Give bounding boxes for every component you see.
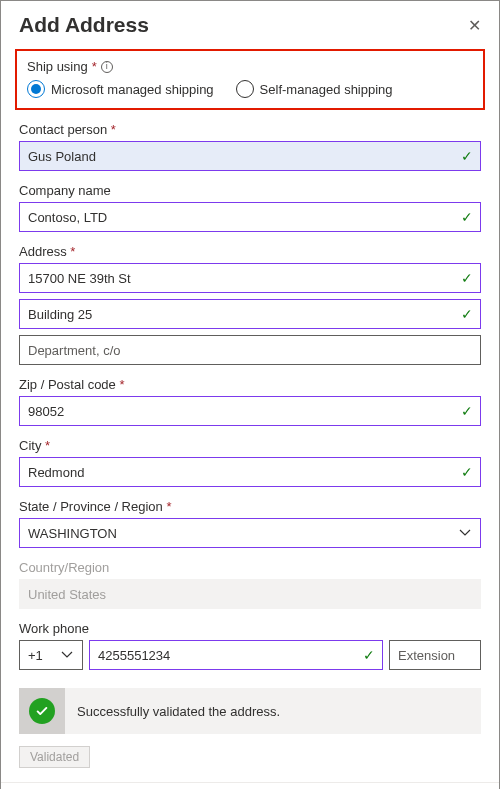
panel-footer: Add shipping address (1, 783, 499, 789)
field-label: Zip / Postal code * (19, 377, 481, 392)
field-label: Country/Region (19, 560, 481, 575)
field-label: State / Province / Region * (19, 499, 481, 514)
field-company-name: Company name ✓ (19, 183, 481, 232)
field-label: City * (19, 438, 481, 453)
info-icon[interactable]: i (101, 61, 113, 73)
panel-title: Add Address (19, 13, 149, 37)
country-input (19, 579, 481, 609)
radio-label: Self-managed shipping (260, 82, 393, 97)
required-marker: * (92, 59, 97, 74)
phone-extension-input[interactable] (389, 640, 481, 670)
phone-number-input[interactable] (89, 640, 383, 670)
radio-self-managed[interactable]: Self-managed shipping (236, 80, 393, 98)
field-label: Company name (19, 183, 481, 198)
field-zip: Zip / Postal code * ✓ (19, 377, 481, 426)
radio-icon (27, 80, 45, 98)
address-line3-input[interactable] (19, 335, 481, 365)
address-line1-input[interactable] (19, 263, 481, 293)
field-city: City * ✓ (19, 438, 481, 487)
field-country: Country/Region (19, 560, 481, 609)
close-icon[interactable]: ✕ (468, 16, 481, 35)
ship-using-section: Ship using * i Microsoft managed shippin… (15, 49, 485, 110)
zip-input[interactable] (19, 396, 481, 426)
ship-using-radios: Microsoft managed shipping Self-managed … (27, 80, 473, 98)
company-name-input[interactable] (19, 202, 481, 232)
validation-icon-box (19, 688, 65, 734)
radio-icon (236, 80, 254, 98)
radio-microsoft-managed[interactable]: Microsoft managed shipping (27, 80, 214, 98)
field-label: Work phone (19, 621, 481, 636)
add-address-panel: Add Address ✕ Ship using * i Microsoft m… (0, 0, 500, 789)
validation-banner: Successfully validated the address. (19, 688, 481, 734)
success-check-icon (29, 698, 55, 724)
field-address: Address * ✓ ✓ (19, 244, 481, 365)
panel-header: Add Address ✕ (1, 1, 499, 41)
field-work-phone: Work phone ✓ (19, 621, 481, 670)
field-label: Contact person * (19, 122, 481, 137)
validated-status-pill: Validated (19, 746, 90, 768)
field-contact-person: Contact person * ✓ (19, 122, 481, 171)
ship-using-label: Ship using * i (27, 59, 473, 74)
field-state: State / Province / Region * (19, 499, 481, 548)
city-input[interactable] (19, 457, 481, 487)
state-select[interactable] (19, 518, 481, 548)
form-body: Contact person * ✓ Company name ✓ Addres… (1, 122, 499, 783)
phone-country-code-select[interactable] (19, 640, 83, 670)
validation-message: Successfully validated the address. (65, 704, 280, 719)
contact-person-input[interactable] (19, 141, 481, 171)
address-line2-input[interactable] (19, 299, 481, 329)
field-label: Address * (19, 244, 481, 259)
radio-label: Microsoft managed shipping (51, 82, 214, 97)
